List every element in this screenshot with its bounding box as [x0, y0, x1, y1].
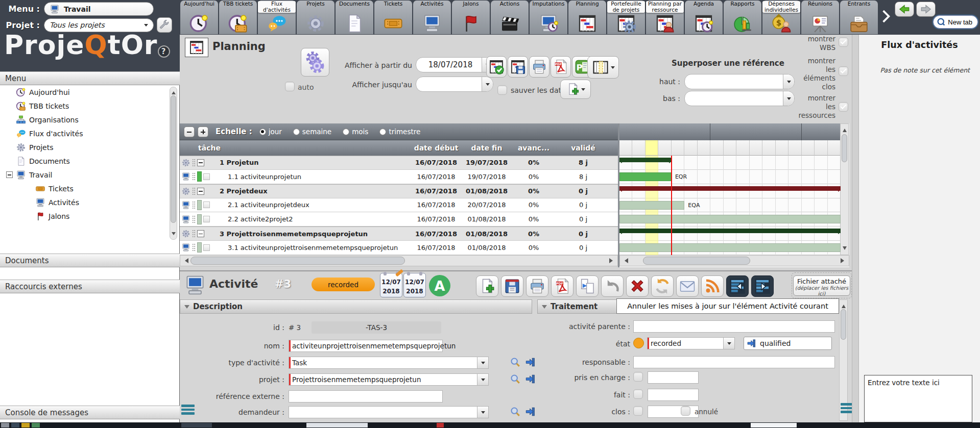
search-icon[interactable]	[510, 357, 521, 368]
splitter-handle[interactable]	[841, 403, 852, 416]
tab-tbb-tickets[interactable]: TBB tickets	[219, 1, 257, 34]
taskbar-item[interactable]	[32, 423, 40, 427]
subscribe-button[interactable]	[701, 275, 724, 297]
task-name[interactable]: 2 Projetdeux	[220, 187, 410, 195]
taskbar-item[interactable]	[181, 423, 212, 427]
column-selector-button[interactable]	[587, 56, 619, 79]
drag-handle-icon[interactable]	[192, 187, 196, 195]
task-name[interactable]: 1 Projetun	[220, 159, 410, 166]
chevron-down-icon[interactable]	[611, 66, 615, 71]
auto-checkbox[interactable]	[285, 82, 295, 91]
scrollbar-thumb[interactable]	[171, 95, 176, 223]
cancelled-checkbox[interactable]	[681, 406, 690, 416]
external-ref-input[interactable]	[289, 390, 443, 402]
sidebar-scrollbar[interactable]	[170, 87, 177, 240]
help-icon[interactable]: ?	[158, 45, 170, 58]
copy-button[interactable]	[576, 275, 599, 297]
next-state-button[interactable]: qualified	[744, 337, 832, 350]
add-reference-button[interactable]	[560, 80, 591, 99]
goto-icon[interactable]	[525, 373, 536, 385]
sidebar-console-header[interactable]: Console de messages	[0, 406, 180, 419]
description-section-header[interactable]: Description	[180, 299, 532, 314]
col-end[interactable]: date fin	[463, 144, 511, 152]
taskbar-item[interactable]	[21, 423, 30, 427]
collapse-icon[interactable]	[197, 230, 204, 237]
checkbox-icon[interactable]	[203, 202, 210, 208]
state-select[interactable]: recorded	[647, 337, 735, 349]
scale-radio[interactable]: trimestre	[379, 128, 420, 136]
tab-planning-par-ressource[interactable]: Planning par ressource	[646, 1, 684, 34]
attachment-dropzone[interactable]: Fichier attaché (déplacer les fichiers i…	[792, 272, 852, 298]
sidebar-item-projets[interactable]: Projets	[0, 140, 169, 154]
closed-checkbox[interactable]	[633, 406, 643, 416]
previous-item-button[interactable]	[726, 275, 749, 297]
sidebar-documents-header[interactable]: Documents	[0, 254, 180, 267]
goto-icon[interactable]	[525, 406, 536, 417]
goto-icon[interactable]	[525, 357, 536, 368]
collapse-icon[interactable]	[197, 159, 204, 166]
sidebar-item-travail[interactable]: Travail	[0, 168, 169, 182]
search-icon[interactable]	[510, 373, 521, 385]
save-planning-button[interactable]	[508, 56, 528, 78]
sidebar-item-activit-s[interactable]: Activités	[0, 195, 169, 209]
chevron-down-icon[interactable]	[723, 338, 734, 349]
gantt-bar[interactable]: EQA	[619, 201, 700, 210]
scrollbar-thumb[interactable]	[842, 134, 847, 162]
tab-projets[interactable]: Projets	[297, 1, 334, 34]
gantt-bar[interactable]: EQR	[619, 172, 687, 181]
undo-button[interactable]	[601, 275, 624, 297]
new-tab-button[interactable]: New tab	[933, 15, 978, 29]
tab-imputations[interactable]: Imputations	[530, 1, 567, 34]
col-progress[interactable]: avanc...	[511, 144, 557, 152]
responsible-input[interactable]	[633, 356, 835, 368]
tab-planning[interactable]: Planning	[568, 1, 606, 34]
scroll-left-icon[interactable]	[182, 258, 188, 263]
show-closed-checkbox[interactable]	[839, 66, 848, 76]
scroll-up-icon[interactable]	[172, 89, 176, 94]
splitter-handle[interactable]	[181, 405, 195, 418]
task-row[interactable]: 2.2 activite2projet2 16/07/2018 01/08/20…	[180, 212, 618, 226]
edit-list-button[interactable]	[157, 17, 172, 33]
gantt-bar[interactable]	[619, 215, 841, 223]
tab-agenda[interactable]: Agenda	[685, 1, 723, 34]
scrollbar-thumb[interactable]	[841, 309, 846, 340]
scale-radio[interactable]: jour	[259, 128, 282, 136]
project-select[interactable]: Projettroisenmemetempsqueprojetun	[289, 373, 489, 386]
print-button[interactable]	[529, 56, 549, 78]
next-item-button[interactable]	[751, 275, 774, 297]
done-checkbox[interactable]	[633, 389, 643, 399]
gantt-vscrollbar[interactable]	[840, 123, 849, 255]
scrollbar-thumb[interactable]	[190, 257, 405, 265]
scroll-right-icon[interactable]	[609, 258, 615, 263]
sidebar-item-tbb-tickets[interactable]: TBB tickets	[0, 99, 169, 113]
scroll-down-icon[interactable]	[172, 232, 176, 237]
collapse-icon[interactable]	[197, 188, 204, 195]
chevron-down-icon[interactable]	[581, 88, 585, 93]
activity-type-select[interactable]: Task	[289, 357, 489, 369]
checkbox-icon[interactable]	[203, 244, 210, 251]
task-row[interactable]: 2 Projetdeux 16/07/2018 01/08/2018 0% 0 …	[180, 184, 618, 198]
sidebar-item-aujourd-hui[interactable]: Aujourd'hui	[0, 85, 169, 99]
menu-select[interactable]: Travail	[44, 2, 154, 16]
send-mail-button[interactable]	[676, 275, 699, 297]
table-hscrollbar[interactable]	[180, 255, 618, 266]
scale-radio[interactable]: semaine	[293, 128, 331, 136]
pdf-export-button[interactable]: PDF	[551, 56, 571, 78]
col-start[interactable]: date début	[410, 144, 463, 152]
tab-jalons[interactable]: Jalons	[452, 1, 490, 34]
show-wbs-checkbox[interactable]	[839, 37, 848, 47]
gantt-bar[interactable]	[619, 186, 841, 191]
refresh-button[interactable]	[651, 275, 674, 297]
drag-handle-icon[interactable]	[192, 172, 196, 181]
task-row[interactable]: 3 Projettroisenmemetempsqueprojetun 16/0…	[180, 226, 618, 241]
name-input[interactable]: activiteunprojettroisenmemetempsqueproje…	[289, 340, 443, 352]
sidebar-item-jalons[interactable]: Jalons	[0, 209, 169, 223]
tab-documents[interactable]: Documents	[336, 1, 373, 34]
handled-checkbox[interactable]	[633, 372, 643, 382]
tab-r-unions[interactable]: Réunions	[801, 1, 839, 34]
sidebar-shortcuts-header[interactable]: Raccourcis externes	[0, 280, 180, 293]
taskbar-item[interactable]	[1, 423, 9, 427]
drag-handle-icon[interactable]	[192, 243, 196, 251]
tab-flux-d-activit-s[interactable]: Flux d'activités	[258, 1, 296, 34]
task-name[interactable]: 3.1 activiteunprojettroisenmemetempsquep…	[220, 244, 410, 251]
